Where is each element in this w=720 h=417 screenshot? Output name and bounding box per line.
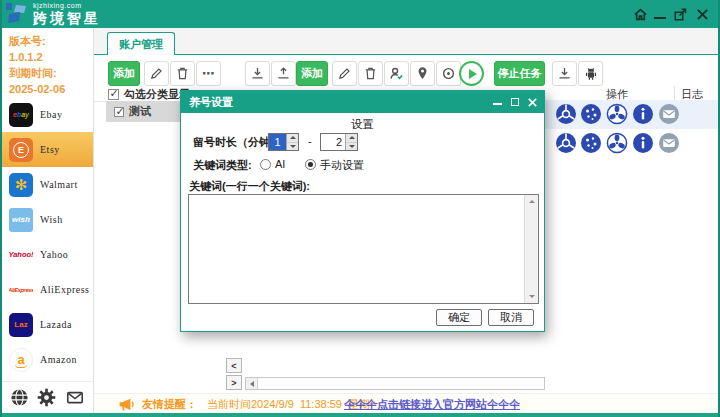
category-row-test[interactable]: 测试 [106,101,180,122]
title-bar: kjzhixing.com 跨境智星 [2,0,718,28]
duration-max-spinner[interactable]: 2 [320,133,358,151]
version-label: 版本号: [9,33,86,49]
globe-icon[interactable] [10,388,29,407]
radio-ai-label[interactable]: AI [275,158,285,170]
walmart-icon: ✻ [9,173,33,197]
download-icon [250,66,265,81]
sidebar-item-wish[interactable]: wish Wish [2,202,93,237]
radio-ai[interactable] [260,159,271,170]
spinner-up-button[interactable] [346,134,357,143]
fan-action-icon[interactable] [606,103,628,125]
delete-category-button[interactable] [170,61,195,86]
sidebar-item-amazon[interactable]: a Amazon [2,342,93,377]
dialog-minimize-button[interactable] [488,91,506,113]
play-icon [469,69,477,79]
scrollbar-left-arrow[interactable] [246,378,258,389]
info-action-icon[interactable] [632,132,654,154]
edit-account-button[interactable] [332,61,357,86]
dialog-close-button[interactable] [523,91,541,113]
trash-icon [363,66,378,81]
browser-action-icon[interactable] [555,132,577,154]
spinner-down-button[interactable] [287,143,298,151]
category-checkbox[interactable] [114,107,124,117]
verify-account-button[interactable] [384,61,409,86]
sidebar-footer [2,381,93,413]
account-row [545,100,718,129]
delete-account-button[interactable] [358,61,383,86]
more-button[interactable]: ⋯ [196,61,221,86]
add-account-button[interactable]: 添加 [296,61,328,86]
duration-min-value[interactable]: 1 [269,134,286,150]
duration-min-spinner[interactable]: 1 [268,133,299,151]
keywords-box [188,194,539,304]
import-button[interactable] [245,61,270,86]
keyword-type-row: 关键词类型: AI 手动设置 [181,157,544,173]
sidebar-item-walmart[interactable]: ✻ Walmart [2,167,93,202]
aliexpress-icon: AliExpress [9,278,33,302]
duration-max-value[interactable]: 2 [321,134,345,150]
sidebar-item-etsy[interactable]: E Etsy [2,132,93,167]
platform-label: Yahoo [40,249,68,260]
maximize-button[interactable] [668,0,692,28]
download-log-button[interactable] [552,61,577,86]
duration-row: 留号时长（分钟） 1 - 2 [181,133,544,153]
fan-action-icon[interactable] [606,132,628,154]
license-info: 版本号: 1.0.1.2 到期时间: 2025-02-06 [2,28,93,99]
mail-action-icon[interactable] [658,103,680,125]
cookie-action-icon[interactable] [580,132,602,154]
sidebar-item-yahoo[interactable]: Yahoo! Yahoo [2,237,93,272]
official-site-link[interactable]: 仐仐仐点击链接进入官方网站仐仐仐 [344,397,520,412]
tab-bar: 账户管理 [94,28,718,55]
info-action-icon[interactable] [632,103,654,125]
spinner-down-button[interactable] [346,143,357,151]
dialog-title: 养号设置 [189,95,233,110]
export-button[interactable] [271,61,296,86]
add-category-button[interactable]: 添加 [108,61,140,86]
radio-manual-label[interactable]: 手动设置 [320,158,364,173]
scroll-down-arrow[interactable] [525,290,538,303]
scroll-up-arrow[interactable] [525,195,538,208]
gear-icon[interactable] [37,388,56,407]
platform-label: Amazon [40,354,77,365]
download-icon [557,66,572,81]
cancel-button[interactable]: 取消 [488,309,534,326]
window-bottom-border [2,413,718,417]
ok-button[interactable]: 确定 [436,309,482,326]
textarea-scrollbar[interactable] [524,195,538,303]
stop-task-button[interactable]: 停止任务 [494,61,545,86]
close-button[interactable] [690,0,714,28]
spinner-up-button[interactable] [287,134,298,143]
sidebar-item-aliexpress[interactable]: AliExpress AliExpress [2,272,93,307]
dialog-maximize-button[interactable] [506,91,524,113]
amazon-icon: a [9,348,33,372]
sidebar-item-lazada[interactable]: Laz Lazada [2,307,93,342]
platform-list: ebay Ebay E Etsy ✻ Walmart wish Wish Yah… [2,97,93,377]
platform-label: Wish [40,214,63,225]
scroll-left-button[interactable]: < [226,358,242,373]
megaphone-icon [118,396,135,413]
platform-label: Walmart [40,179,78,190]
radio-manual[interactable] [305,159,316,170]
brand-domain: kjzhixing.com [33,1,101,10]
start-task-button[interactable] [459,61,484,86]
cookie-action-icon[interactable] [580,103,602,125]
platform-label: Etsy [40,144,60,155]
mail-action-icon[interactable] [658,132,680,154]
browser-action-icon[interactable] [555,103,577,125]
expiry-value: 2025-02-06 [9,81,86,97]
scroll-right-button[interactable]: > [226,375,242,390]
android-button[interactable] [578,61,603,86]
settings-button[interactable] [436,61,461,86]
etsy-icon: E [9,138,33,162]
tab-account-management[interactable]: 账户管理 [107,32,175,55]
horizontal-scrollbar[interactable] [245,377,545,390]
envelope-icon[interactable] [65,389,85,406]
user-check-icon [389,66,404,81]
sidebar-item-ebay[interactable]: ebay Ebay [2,97,93,132]
location-button[interactable] [410,61,435,86]
keywords-textarea[interactable] [189,195,524,303]
category-display-checkbox[interactable] [108,89,119,100]
edit-category-button[interactable] [144,61,169,86]
map-pin-icon [415,66,430,81]
close-icon [527,97,538,108]
